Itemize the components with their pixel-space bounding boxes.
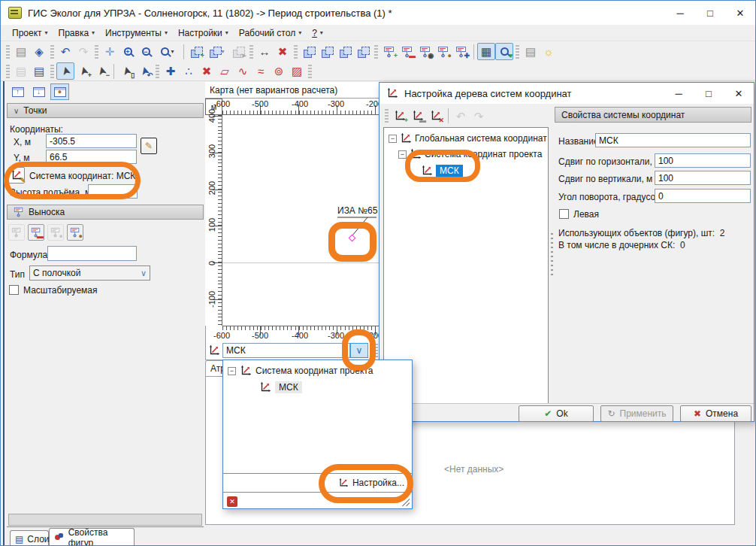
popup-resize-grip[interactable] — [402, 499, 410, 506]
dialog-redo-button[interactable]: ↷ — [470, 108, 488, 125]
left-handed-checkbox[interactable] — [559, 209, 569, 219]
shape-intersect-button[interactable] — [318, 43, 336, 60]
formula-input[interactable] — [47, 246, 137, 261]
menu-desktop[interactable]: Рабочий стол▾ — [234, 26, 307, 40]
figure-mode-button[interactable]: ▾ — [205, 43, 229, 60]
menu-edit[interactable]: Правка▾ — [53, 26, 101, 40]
popup-node-project[interactable]: − Система координат проекта — [228, 365, 373, 377]
dialog-maximize-button[interactable]: □ — [694, 83, 724, 103]
dialog-minimize-button[interactable]: ─ — [664, 83, 694, 103]
callout-move-button[interactable]: ✚ — [452, 43, 470, 60]
toolbar-grip[interactable] — [6, 45, 10, 59]
measure-delete-button[interactable]: ✖ — [274, 43, 292, 60]
layers-button[interactable]: ▤ — [30, 62, 48, 80]
callout-remove-button[interactable]: ▬ — [398, 43, 416, 60]
toolbar-grip[interactable] — [50, 65, 54, 78]
select-figure-button[interactable]: ➤ — [229, 43, 247, 60]
callout-style4-button[interactable]: ● — [67, 224, 83, 241]
tree-node-global[interactable]: − Глобальная система координат — [389, 132, 547, 144]
maximize-button[interactable]: □ — [695, 2, 725, 24]
edit-nodes-button[interactable]: ∴ — [180, 62, 198, 80]
name-input[interactable] — [595, 133, 751, 147]
move-figure-button[interactable]: ✚ — [162, 62, 180, 80]
pick-point-button[interactable]: ✎ — [141, 138, 157, 154]
cancel-button[interactable]: ✖Отмена — [680, 405, 751, 422]
add-figure-button[interactable]: + — [187, 43, 205, 60]
select-cursor-button[interactable]: ➤ — [56, 62, 74, 80]
measure-button[interactable]: ↔ — [256, 43, 274, 60]
x-input[interactable] — [46, 134, 137, 148]
toolbar-grip[interactable] — [6, 65, 10, 78]
shape-union-button[interactable] — [300, 43, 318, 60]
tree-node-project[interactable]: − Система координат проекта — [398, 148, 542, 160]
toolbar-grip[interactable] — [156, 65, 159, 78]
undo-button[interactable]: ↶ — [56, 43, 74, 60]
callout-style2-button[interactable]: ▬ — [28, 224, 44, 241]
toolbar-grip[interactable] — [50, 45, 54, 59]
toolbar-grip[interactable] — [249, 45, 253, 59]
cs-delete-button[interactable]: ✕ — [427, 108, 445, 125]
scale-ruler-toggle[interactable]: ▦ — [477, 43, 495, 60]
toolbar-grip[interactable] — [516, 45, 519, 59]
shift-v-input[interactable] — [655, 171, 751, 185]
tab-layers[interactable]: ▤ Слои — [10, 530, 49, 546]
lift-height-input[interactable] — [88, 184, 138, 199]
type-select[interactable]: С полочкой ∨ — [29, 265, 150, 281]
points-group-header[interactable]: ∨ Точки — [7, 103, 204, 118]
layers-add-button[interactable]: ▤ — [12, 62, 30, 80]
cs-settings-button[interactable]: Настройка... — [338, 478, 404, 488]
edit-curve-button[interactable]: ≈ — [252, 62, 270, 80]
menu-settings[interactable]: Настройки▾ — [173, 26, 234, 40]
coordinate-system-button[interactable]: ✎ — [8, 167, 25, 184]
edit-arc-button[interactable]: ∿ — [234, 62, 252, 80]
pan-button[interactable]: ✛ — [101, 43, 119, 60]
combo-grip[interactable] — [374, 344, 378, 357]
close-button[interactable]: ✕ — [725, 2, 755, 24]
collapse-box-icon[interactable]: − — [389, 135, 397, 143]
select-arrow-button[interactable]: ➤↶ — [135, 62, 153, 80]
menu-project[interactable]: Проект▾ — [7, 26, 53, 40]
print-button[interactable]: ▤ — [12, 43, 30, 60]
callout-visibility-button[interactable]: ◉ — [416, 43, 434, 60]
zoom-page-button[interactable]: ▾ — [155, 43, 180, 60]
popup-close-button[interactable]: ✕ — [227, 496, 237, 507]
callout-anchor-button[interactable]: ● — [434, 43, 452, 60]
dialog-splitter[interactable] — [549, 107, 555, 404]
dialog-close-button[interactable]: ✕ — [724, 83, 754, 103]
minimize-button[interactable]: ─ — [665, 2, 695, 24]
toolbar-grip[interactable] — [95, 45, 98, 59]
y-input[interactable] — [46, 150, 137, 164]
cs-combo-input[interactable]: МСК — [222, 343, 350, 358]
edit-circle-button[interactable]: ⊚ — [270, 62, 288, 80]
menu-help[interactable]: ?▾ — [307, 26, 328, 40]
apply-button[interactable]: ↻Применить — [600, 405, 673, 422]
tips-button[interactable]: ☼ — [540, 43, 558, 60]
angle-input[interactable] — [655, 189, 751, 203]
toolbar-grip[interactable] — [294, 45, 298, 59]
save-map-button[interactable]: ◈ — [30, 43, 48, 60]
toolbar-grip[interactable] — [308, 65, 312, 78]
shift-h-input[interactable] — [655, 153, 751, 168]
cs-add-button[interactable]: + — [391, 108, 409, 125]
ok-button[interactable]: ✔Ok — [519, 405, 594, 422]
callout-style3-button[interactable]: ● — [47, 224, 64, 241]
menu-tools[interactable]: Инструменты▾ — [100, 26, 173, 40]
search-map-toggle[interactable]: ▾ — [495, 43, 513, 60]
scalable-checkbox[interactable] — [9, 285, 19, 295]
cs-combo-dropdown-button[interactable]: ∨ — [350, 343, 368, 358]
collapse-box-icon[interactable]: − — [398, 150, 407, 159]
zoom-out-button[interactable]: − — [137, 43, 155, 60]
redo-button[interactable]: ↷ — [74, 43, 92, 60]
shape-combine-button[interactable] — [354, 43, 372, 60]
edit-polygon-button[interactable]: ▱ — [216, 62, 234, 80]
callout-group-header[interactable]: Выноска — [7, 205, 204, 220]
popup-node-msk[interactable]: МСК — [259, 381, 302, 393]
print-preview-button[interactable]: ▤ — [522, 43, 540, 60]
select-by-page-button[interactable]: ➤▯ — [117, 62, 135, 80]
select-remove-button[interactable]: ➤− — [92, 62, 110, 80]
toolbar-grip[interactable] — [374, 45, 378, 59]
callout-add-button[interactable]: + — [380, 43, 398, 60]
delete-figure-button[interactable]: ✖ — [198, 62, 216, 80]
dialog-undo-button[interactable]: ↶ — [452, 108, 470, 125]
panel-dock-button[interactable]: ● — [50, 83, 69, 100]
